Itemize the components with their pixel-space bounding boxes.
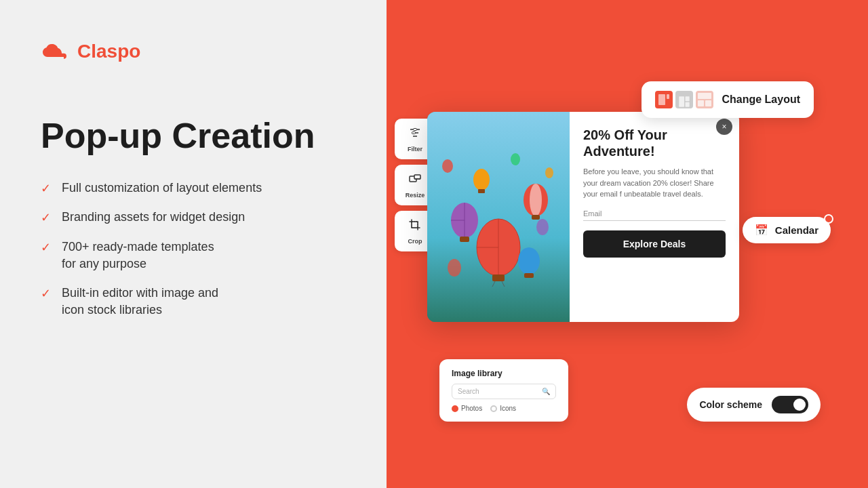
- left-panel: Claspo Pop-up Creation ✓ Full customizat…: [0, 0, 387, 488]
- check-icon-3: ✓: [41, 240, 51, 255]
- popup-image: [427, 112, 570, 322]
- svg-rect-17: [414, 175, 420, 179]
- page-title: Pop-up Creation: [41, 117, 346, 155]
- layout-icon-orange: [655, 91, 673, 108]
- icons-label: Icons: [500, 405, 516, 412]
- svg-rect-10: [705, 100, 711, 106]
- layout-icon-light: [696, 91, 713, 108]
- svg-rect-6: [686, 102, 690, 107]
- icons-radio[interactable]: Icons: [490, 405, 516, 412]
- email-label: Email: [583, 209, 726, 218]
- filter-icon: [408, 126, 422, 143]
- calendar-icon: 📅: [755, 224, 768, 237]
- resize-icon: [408, 172, 422, 189]
- svg-rect-34: [532, 215, 540, 220]
- list-item: ✓ Branding assets for widget design: [41, 209, 346, 226]
- email-divider: [583, 220, 726, 221]
- list-item: ✓ 700+ ready-made templatesfor any purpo…: [41, 239, 346, 272]
- image-library-card: Image library Search 🔍 Photos Icons: [439, 359, 568, 422]
- svg-rect-9: [698, 100, 704, 106]
- photos-radio-dot: [452, 405, 458, 412]
- svg-point-37: [518, 247, 540, 274]
- crop-label: Crop: [408, 238, 422, 245]
- svg-point-42: [536, 219, 549, 235]
- check-icon-4: ✓: [41, 286, 51, 301]
- toggle-dot: [793, 399, 806, 411]
- color-scheme-card[interactable]: Color scheme: [687, 388, 821, 422]
- explore-deals-button[interactable]: Explore Deals: [583, 230, 726, 258]
- svg-point-39: [442, 159, 453, 173]
- check-icon-2: ✓: [41, 210, 51, 225]
- change-layout-label: Change Layout: [722, 94, 800, 106]
- feature-list: ✓ Full customization of layout elements …: [41, 180, 346, 319]
- popup-card: × 20% Off Your Adventure! Before you lea…: [427, 112, 739, 322]
- svg-rect-31: [460, 237, 469, 242]
- feature-text-2: Branding assets for widget design: [62, 209, 245, 226]
- brand-name: Claspo: [77, 41, 140, 62]
- crop-icon: [408, 218, 422, 235]
- color-scheme-toggle[interactable]: [772, 396, 808, 413]
- photos-label: Photos: [461, 405, 482, 412]
- list-item: ✓ Built-in editor with image andicon sto…: [41, 285, 346, 319]
- image-library-search[interactable]: Search 🔍: [452, 384, 556, 399]
- svg-rect-5: [686, 96, 690, 101]
- search-placeholder: Search: [458, 388, 538, 395]
- feature-text-1: Full customization of layout elements: [62, 180, 262, 197]
- right-panel: Change Layout Filter: [387, 0, 868, 488]
- svg-rect-4: [679, 96, 685, 106]
- svg-rect-14: [414, 128, 417, 130]
- logo-icon: [41, 42, 71, 61]
- photos-radio[interactable]: Photos: [452, 405, 482, 412]
- resize-label: Resize: [406, 192, 425, 199]
- svg-point-41: [545, 167, 553, 178]
- popup-content: × 20% Off Your Adventure! Before you lea…: [570, 112, 739, 322]
- list-item: ✓ Full customization of layout elements: [41, 180, 346, 197]
- layout-icon-gray: [675, 91, 693, 108]
- popup-close-button[interactable]: ×: [716, 119, 732, 135]
- svg-rect-1: [658, 94, 665, 105]
- icons-radio-dot: [490, 405, 497, 412]
- popup-title: 20% Off Your Adventure!: [583, 127, 726, 159]
- filter-label: Filter: [408, 146, 422, 152]
- svg-point-35: [473, 169, 490, 190]
- color-scheme-label: Color scheme: [699, 399, 762, 410]
- logo: Claspo: [41, 41, 346, 62]
- svg-rect-8: [698, 93, 711, 99]
- close-icon: ×: [722, 122, 726, 131]
- svg-rect-25: [492, 274, 505, 281]
- calendar-label: Calendar: [775, 224, 818, 236]
- popup-description: Before you leave, you should know that y…: [583, 166, 726, 200]
- svg-rect-15: [412, 131, 416, 134]
- layout-icons: [655, 91, 713, 108]
- svg-rect-2: [667, 94, 669, 99]
- svg-point-33: [530, 184, 542, 216]
- radio-group: Photos Icons: [452, 405, 556, 412]
- svg-point-40: [511, 153, 520, 165]
- calendar-badge[interactable]: 📅 Calendar: [743, 217, 831, 243]
- check-icon-1: ✓: [41, 181, 51, 196]
- image-library-title: Image library: [452, 369, 556, 378]
- change-layout-card[interactable]: Change Layout: [642, 81, 814, 118]
- svg-rect-20: [427, 112, 570, 322]
- svg-rect-36: [478, 189, 485, 193]
- notification-dot: [824, 214, 833, 224]
- svg-rect-38: [524, 273, 534, 278]
- feature-text-4: Built-in editor with image andicon stock…: [62, 285, 218, 319]
- svg-rect-19: [412, 222, 418, 228]
- search-icon: 🔍: [542, 388, 550, 395]
- feature-text-3: 700+ ready-made templatesfor any purpose: [62, 239, 214, 272]
- svg-point-43: [448, 259, 461, 277]
